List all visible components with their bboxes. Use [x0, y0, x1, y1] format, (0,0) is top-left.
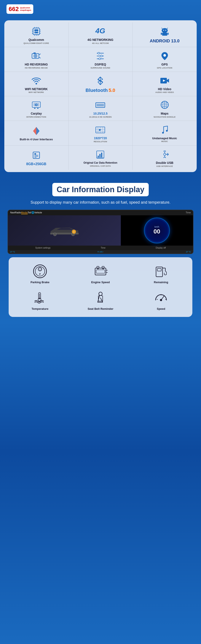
screen-icon	[94, 100, 107, 110]
remaining-cell: Remaining	[132, 262, 190, 286]
chip-number: 662	[9, 6, 19, 12]
car-icons-grid: ! P Parking Brake	[11, 262, 190, 312]
remaining-label: Remaining	[154, 280, 168, 284]
screen-subtitle: 10.25/12.5 HD SCREEN	[89, 116, 112, 118]
svg-rect-70	[101, 152, 102, 158]
time-control[interactable]: Time	[101, 247, 106, 249]
car-icons-card: ! P Parking Brake	[9, 257, 192, 317]
svg-point-72	[164, 153, 166, 156]
svg-point-60	[162, 132, 164, 134]
feature-4g: 4G 4G NETWORKING 4G ALL NETCOM	[68, 22, 133, 47]
bluetooth-title: Bluetooth	[86, 88, 108, 93]
dashboard-controls: System settings Time Display off	[8, 246, 193, 250]
features-grid: CPU Qualcomm QUALCOMM EIGHT-CORE	[4, 22, 197, 170]
svg-rect-69	[100, 154, 100, 158]
svg-rect-43	[34, 108, 36, 109]
svg-point-84	[54, 234, 56, 235]
carplay-title: Carplay	[31, 112, 42, 116]
maps-subtitle: NAVIGATION DONGLE	[154, 116, 176, 118]
car-data-title: Original Car Data Retention	[84, 161, 117, 164]
svg-rect-21	[162, 33, 167, 36]
feature-carplay: Carplay INTERCONNECTION	[4, 96, 68, 121]
remaining-icon	[154, 264, 168, 279]
svg-rect-68	[98, 156, 99, 158]
svg-rect-27	[34, 52, 36, 54]
dsp-title: DSP/EQ	[95, 63, 106, 66]
header: 662 Qualcomm snapdragon	[0, 0, 201, 18]
svg-rect-64	[34, 155, 38, 156]
svg-text:!: !	[40, 268, 40, 271]
dashboard-mockup: Navi Radio Media Tel/🌐 Vehicle Time	[8, 210, 194, 254]
maps-icon	[158, 100, 171, 110]
music-subtitle: MUSIC	[161, 140, 168, 142]
parking-brake-cell: ! P Parking Brake	[11, 262, 69, 286]
bluetooth-icon	[94, 76, 107, 86]
svg-rect-65	[34, 156, 38, 156]
temp-left: 27 °C	[10, 251, 15, 253]
svg-rect-77	[164, 151, 166, 152]
temperature-label: Temperature	[32, 307, 48, 310]
svg-point-86	[72, 234, 74, 235]
wifi-subtitle: WIFI NETWORK	[28, 91, 44, 94]
display-off[interactable]: Display off	[156, 247, 166, 249]
android-title: ANDROID 13.0	[150, 38, 180, 44]
feature-usb: Double USB USB INTERFACE	[132, 146, 197, 170]
wifi-icon	[30, 75, 43, 86]
hd-reversing-title: HD REVERSING	[25, 63, 48, 66]
feature-bluetooth: Bluetooth 5.0	[68, 72, 133, 96]
svg-line-113	[161, 296, 164, 300]
feature-wifi: WIFI NETWORK WIFI NETWORK	[4, 72, 68, 96]
usb-title: Double USB	[156, 161, 173, 165]
nav-radio: Radio	[15, 211, 21, 214]
model-name: snapdragon	[20, 9, 31, 12]
camera-icon	[30, 50, 43, 62]
feature-car-data: Original Car Data Retention ORIGINAL CAR…	[68, 146, 133, 170]
engine-speed-cell: Engine Speed	[71, 262, 130, 286]
dashboard-status: 27 °C ☀ A/C↑ 27 °C	[8, 250, 193, 254]
svg-text:P: P	[39, 273, 41, 276]
storage-title: 8GB+256GB	[26, 162, 46, 166]
gps-title: GPS	[162, 63, 168, 66]
svg-line-111	[100, 298, 103, 302]
svg-rect-103	[157, 268, 161, 271]
speed-label: Speed	[157, 307, 165, 310]
svg-point-18	[165, 30, 166, 31]
qualcomm-badge: 662 Qualcomm snapdragon	[6, 4, 33, 14]
svg-point-36	[164, 54, 166, 57]
seat-belt-label: Seat Belt Reminder	[88, 307, 113, 310]
feature-dsp: DSP/EQ SURROUND SOUND	[68, 47, 133, 72]
nav-vehicle: Vehicle	[34, 211, 42, 214]
car-data-subtitle: ORIGINAL CAR DATA	[90, 165, 111, 167]
svg-line-20	[167, 28, 168, 29]
car-info-section: Car Information Display Support to displ…	[0, 176, 201, 322]
temperature-icon	[32, 290, 48, 306]
svg-text:4G: 4G	[95, 26, 105, 35]
interfaces-icon	[30, 126, 43, 136]
svg-point-37	[36, 83, 37, 84]
dashboard-nav: Navi Radio Media Tel/🌐 Vehicle Time	[8, 210, 193, 215]
svg-rect-63	[34, 153, 36, 154]
feature-qualcomm: CPU Qualcomm QUALCOMM EIGHT-CORE	[4, 22, 68, 47]
svg-point-26	[35, 55, 36, 57]
resolution-title: 1920*720	[94, 136, 107, 140]
car-info-desc: Support to display many car information,…	[4, 200, 197, 205]
features-card: CPU Qualcomm QUALCOMM EIGHT-CORE	[4, 20, 197, 172]
system-settings[interactable]: System settings	[35, 247, 50, 249]
4g-subtitle: 4G ALL NETCOM	[92, 42, 109, 44]
svg-point-109	[99, 292, 102, 296]
feature-android: ANDROID 13.0	[132, 22, 197, 47]
dsp-subtitle: SURROUND SOUND	[90, 67, 110, 69]
data-icon	[94, 149, 107, 160]
svg-text:i: i	[74, 230, 74, 233]
dashboard-speedometer: km/h 00	[121, 215, 193, 246]
speed-cell: Speed	[132, 288, 190, 312]
svg-point-61	[166, 130, 168, 132]
svg-point-33	[100, 55, 102, 57]
feature-maps: Maps NAVIGATION DONGLE	[132, 96, 197, 121]
bluetooth-version: 5.0	[109, 88, 116, 93]
4g-title: 4G NETWORKING	[88, 38, 114, 42]
speedometer-circle: km/h 00	[144, 218, 170, 244]
usb-subtitle: USB INTERFACE	[156, 165, 173, 167]
4g-icon: 4G	[94, 26, 107, 37]
feature-music: Undamaged Music MUSIC	[132, 121, 197, 146]
